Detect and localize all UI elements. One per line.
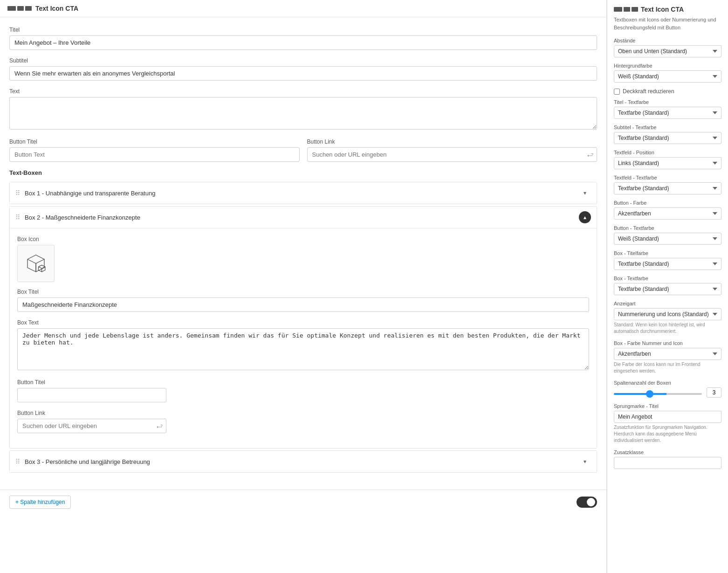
box1-header[interactable]: ⠿ Box 1 - Unabhängige und transparente B…: [10, 182, 597, 204]
subtitel-label: Subtitel: [9, 57, 597, 64]
box2-button-titel-label: Button Titel: [17, 379, 589, 386]
box3-header[interactable]: ⠿ Box 3 - Persönliche und langjährige Be…: [10, 451, 597, 472]
rp-header-icon: [614, 7, 638, 12]
text-textarea[interactable]: [9, 97, 597, 130]
zusatzklasse-input[interactable]: [614, 457, 721, 469]
main-panel: Text Icon CTA Titel Subtitel Text Button…: [0, 0, 607, 573]
box3-label: Box 3 - Persönliche und langjährige Betr…: [25, 458, 150, 465]
box-icon-preview[interactable]: [17, 245, 55, 282]
box2-titel-input[interactable]: [17, 297, 589, 312]
textfeld-textfarbe-select[interactable]: Textfarbe (Standard): [614, 182, 721, 194]
deckkraft-row: Deckkraft reduzieren: [614, 88, 721, 95]
box2-titel-section: Box Titel: [17, 289, 589, 312]
box2-toggle[interactable]: ▴: [579, 211, 591, 223]
titel-textfarbe-select[interactable]: Textfarbe (Standard): [614, 107, 721, 119]
box2-left: ⠿ Box 2 - Maßgeschneiderte Finanzkonzept…: [15, 214, 140, 221]
box-farbe-label: Box - Farbe Nummer und Icon: [614, 340, 721, 346]
textfeld-position-select[interactable]: Links (Standard): [614, 157, 721, 169]
box2-drag-handle[interactable]: ⠿: [15, 214, 20, 221]
abstaende-label: Abstände: [614, 38, 721, 43]
button-titel-input[interactable]: [9, 147, 300, 162]
hintergrundfarbe-label: Hintergrundfarbe: [614, 63, 721, 69]
box2-chevron: ▴: [584, 214, 586, 221]
sprungmarke-label: Sprungmarke - Titel: [614, 403, 721, 409]
subtitel-textfarbe-select[interactable]: Textfarbe (Standard): [614, 132, 721, 144]
box3-left: ⠿ Box 3 - Persönliche und langjährige Be…: [15, 458, 150, 465]
sprungmarke-input[interactable]: [614, 411, 721, 423]
button-textfarbe-label: Button - Textfarbe: [614, 225, 721, 231]
textboxen-title: Text-Boxen: [9, 169, 597, 176]
rp-header: Text Icon CTA: [614, 6, 721, 13]
anzeigeart-select[interactable]: Nummerierung und Icons (Standard): [614, 308, 721, 320]
slider-row: [614, 387, 721, 398]
subtitel-section: Subtitel: [9, 57, 597, 81]
box2-header[interactable]: ⠿ Box 2 - Maßgeschneiderte Finanzkonzept…: [10, 207, 597, 228]
textfeld-textfarbe-section: Textfeld - Textfarbe Textfarbe (Standard…: [614, 175, 721, 194]
box2-text-textarea[interactable]: [17, 328, 589, 370]
box2-body: Box Icon: [10, 228, 597, 448]
spaltenanzahl-slider[interactable]: [614, 393, 702, 395]
box2-button-link-section: Button Link ⮐: [17, 410, 589, 433]
textboxen-section: Text-Boxen ⠿ Box 1 - Unabhängige und tra…: [9, 169, 597, 473]
box3-accordion: ⠿ Box 3 - Persönliche und langjährige Be…: [9, 450, 597, 473]
anzeigeart-label: Anzeigart: [614, 301, 721, 306]
box2-text-section: Box Text: [17, 319, 589, 372]
textfeld-textfarbe-label: Textfeld - Textfarbe: [614, 175, 721, 180]
spaltenanzahl-label: Spaltenanzahl der Boxen: [614, 380, 721, 386]
box3-drag-handle[interactable]: ⠿: [15, 458, 20, 465]
hintergrundfarbe-select[interactable]: Weiß (Standard): [614, 70, 721, 83]
right-panel: Text Icon CTA Textboxen mit Icons oder N…: [607, 0, 728, 573]
box1-accordion: ⠿ Box 1 - Unabhängige und transparente B…: [9, 182, 597, 204]
box-farbe-select[interactable]: Akzentfarben: [614, 348, 721, 360]
button-titel-section: Button Titel: [9, 138, 300, 162]
titel-label: Titel: [9, 27, 597, 33]
abstaende-select[interactable]: Oben und Unten (Standard): [614, 45, 721, 57]
box2-button-titel-section: Button Titel: [17, 379, 589, 402]
box3-toggle[interactable]: ▾: [579, 456, 591, 468]
titel-textfarbe-label: Titel - Textfarbe: [614, 99, 721, 105]
box-textfarbe-section: Box - Textfarbe Textfarbe (Standard): [614, 276, 721, 295]
sprungmarke-section: Sprungmarke - Titel Zusatzfunktion für S…: [614, 403, 721, 444]
subtitel-textfarbe-section: Subtitel - Textfarbe Textfarbe (Standard…: [614, 124, 721, 144]
rp-title: Text Icon CTA: [641, 6, 684, 13]
box-textfarbe-select[interactable]: Textfarbe (Standard): [614, 283, 721, 295]
titel-input[interactable]: [9, 35, 597, 50]
box2-button-link-wrap: ⮐: [17, 419, 166, 433]
deckkraft-checkbox[interactable]: [614, 89, 620, 95]
box-titelfarbe-section: Box - Titelfarbe Textfarbe (Standard): [614, 250, 721, 270]
button-link-input[interactable]: [307, 147, 598, 162]
zusatzklasse-label: Zusatzklasse: [614, 449, 721, 455]
subtitel-input[interactable]: [9, 66, 597, 81]
toggle-switch[interactable]: [577, 497, 597, 508]
box-farbe-note: Die Farbe der Icons kann nur im Frontend…: [614, 361, 721, 374]
textfeld-position-section: Textfeld - Position Links (Standard): [614, 150, 721, 169]
button-titel-label: Button Titel: [9, 138, 300, 145]
box2-button-link-label: Button Link: [17, 410, 589, 416]
zusatzklasse-section: Zusatzklasse: [614, 449, 721, 469]
anzeigeart-section: Anzeigart Nummerierung und Icons (Standa…: [614, 301, 721, 335]
button-farbe-select[interactable]: Akzentfarben: [614, 207, 721, 220]
box-titelfarbe-select[interactable]: Textfarbe (Standard): [614, 258, 721, 270]
box2-titel-label: Box Titel: [17, 289, 589, 295]
button-farbe-label: Button - Farbe: [614, 200, 721, 206]
button-link-wrap: ⮐: [307, 147, 598, 162]
button-textfarbe-select[interactable]: Weiß (Standard): [614, 233, 721, 245]
rp-desc: Textboxen mit Icons oder Nummerierung un…: [614, 16, 721, 31]
abstaende-section: Abstände Oben und Unten (Standard): [614, 38, 721, 57]
main-content: Titel Subtitel Text Button Titel Button …: [0, 17, 606, 490]
box-svg-icon: [23, 251, 48, 276]
sprungmarke-note: Zusatzfunktion für Sprungmarken Navigati…: [614, 424, 721, 444]
box2-text-label: Box Text: [17, 319, 589, 326]
box1-drag-handle[interactable]: ⠿: [15, 189, 20, 197]
bottom-bar: + Spalte hinzufügen: [0, 490, 606, 514]
main-panel-header: Text Icon CTA: [0, 0, 606, 17]
box-titelfarbe-label: Box - Titelfarbe: [614, 250, 721, 256]
spaltenanzahl-section: Spaltenanzahl der Boxen: [614, 380, 721, 398]
textfeld-position-label: Textfeld - Position: [614, 150, 721, 155]
add-col-button[interactable]: + Spalte hinzufügen: [9, 496, 71, 509]
box-textfarbe-label: Box - Textfarbe: [614, 276, 721, 281]
spaltenanzahl-value-input[interactable]: [707, 387, 721, 398]
box1-toggle[interactable]: ▾: [579, 187, 591, 199]
box2-button-link-input[interactable]: [17, 419, 166, 433]
box2-button-titel-input[interactable]: [17, 388, 166, 402]
